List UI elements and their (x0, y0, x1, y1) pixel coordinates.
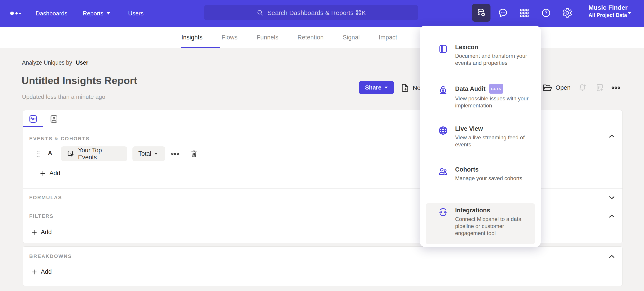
menu-item-title: Data Audit (455, 85, 486, 93)
menu-item-description: Document and transform your events and p… (455, 52, 533, 66)
plus-icon (40, 170, 46, 177)
analyze-uniques-control: Analyze Uniques byUser (22, 59, 88, 66)
data-management-menu: Lexicon Document and transform your even… (420, 26, 541, 247)
project-scope: All Project Data (588, 12, 628, 18)
active-mode-underline (23, 126, 43, 127)
formulas-section-label: FORMULAS (29, 195, 62, 201)
apps-grid-button[interactable] (519, 8, 530, 18)
menu-item-title: Live View (455, 125, 483, 133)
share-label: Share (365, 84, 382, 91)
event-selector-chip[interactable]: Your Top Events (61, 146, 127, 161)
breakdowns-card: BREAKDOWNS Add (23, 246, 623, 286)
alert-bell-plus-icon[interactable] (578, 83, 587, 92)
plus-icon (31, 229, 38, 236)
top-nav: Dashboards Reports Users Search Dashboar… (0, 0, 644, 27)
plus-icon (31, 269, 38, 275)
logo-dot (19, 13, 21, 14)
row-more-options-icon[interactable] (171, 150, 179, 158)
events-cohorts-section-label: EVENTS & COHORTS (29, 136, 90, 142)
share-button[interactable]: Share (359, 81, 394, 94)
menu-item-description: Manage your saved cohorts (455, 175, 533, 182)
feedback-button[interactable] (498, 8, 508, 18)
nav-item-label: Dashboards (36, 10, 67, 17)
add-event-button[interactable]: Add (40, 170, 60, 177)
lexicon-book-icon (438, 44, 448, 54)
search-placeholder: Search Dashboards & Reports ⌘K (267, 9, 366, 16)
expand-formulas-chevron-down-icon[interactable] (608, 193, 616, 202)
filters-section-label: FILTERS (29, 213, 54, 219)
chevron-down-icon (106, 12, 110, 14)
menu-item-live-view[interactable]: Live View View a live streaming feed of … (426, 122, 535, 163)
add-to-dashboard-icon[interactable] (595, 83, 604, 92)
collapse-events-chevron-up-icon[interactable] (608, 132, 616, 141)
menu-item-description: Connect Mixpanel to a data pipeline or c… (455, 216, 533, 237)
folder-open-icon (542, 82, 552, 93)
breakdowns-section-label: BREAKDOWNS (29, 253, 72, 259)
analyze-label: Analyze Uniques by (22, 59, 72, 66)
delete-row-trash-icon[interactable] (190, 150, 198, 158)
tab-funnels[interactable]: Funnels (257, 34, 278, 41)
project-name: Music Finder (588, 4, 628, 12)
row-letter: A (48, 150, 52, 157)
nav-item-users[interactable]: Users (128, 0, 144, 27)
nav-item-reports[interactable]: Reports (83, 0, 110, 27)
menu-item-integrations[interactable]: Integrations Connect Mixpanel to a data … (426, 203, 535, 244)
tab-impact[interactable]: Impact (379, 34, 397, 41)
tab-insights[interactable]: Insights (182, 34, 202, 41)
beta-badge: BETA (489, 84, 503, 94)
mixpanel-logo-icon[interactable] (10, 0, 21, 27)
menu-item-title: Cohorts (455, 166, 479, 173)
add-label: Add (41, 229, 52, 236)
data-management-button[interactable] (472, 4, 490, 22)
drag-handle-icon[interactable] (35, 149, 41, 158)
nav-item-label: Users (128, 10, 144, 17)
add-breakdown-button[interactable]: Add (31, 268, 52, 275)
open-label: Open (556, 84, 570, 91)
menu-item-description: View a live streaming feed of events (455, 134, 533, 148)
search-icon (256, 9, 264, 16)
chevron-down-icon (384, 87, 388, 89)
add-label: Add (50, 170, 60, 177)
insights-mode-tab-icon[interactable] (28, 114, 38, 123)
tab-signal[interactable]: Signal (343, 34, 360, 41)
menu-item-title: Integrations (455, 207, 490, 214)
chevron-down-icon[interactable] (628, 12, 631, 14)
cohorts-users-icon (438, 166, 448, 177)
settings-gear-button[interactable] (562, 8, 572, 18)
help-button[interactable] (541, 8, 551, 18)
nav-item-dashboards[interactable]: Dashboards (36, 0, 67, 27)
updated-timestamp: Updated less than a minute ago (22, 93, 105, 100)
analyze-value-selector[interactable]: User (76, 59, 88, 66)
profiles-mode-tab-icon[interactable] (50, 114, 58, 123)
tab-flows[interactable]: Flows (222, 34, 238, 41)
menu-item-data-audit[interactable]: Data Audit BETA View possible issues wit… (426, 81, 535, 122)
database-gear-icon (476, 7, 486, 18)
active-tab-underline (181, 47, 220, 48)
logo-dot (10, 11, 14, 15)
document-plus-icon (400, 83, 410, 93)
metric-selector-chip[interactable]: Total (132, 146, 165, 161)
integrations-sync-icon (438, 207, 448, 217)
add-filter-button[interactable]: Add (31, 229, 52, 236)
collapse-filters-chevron-up-icon[interactable] (608, 212, 616, 221)
logo-dot (16, 12, 18, 14)
live-view-globe-icon (438, 125, 448, 136)
chevron-down-icon (154, 153, 158, 155)
menu-item-lexicon[interactable]: Lexicon Document and transform your even… (426, 40, 535, 81)
metric-name: Total (138, 150, 151, 157)
mixpanel-app: Dashboards Reports Users Search Dashboar… (0, 0, 644, 291)
menu-item-title: Lexicon (455, 43, 478, 51)
event-cursor-icon (67, 150, 75, 158)
open-report-button[interactable]: Open (542, 82, 570, 93)
data-audit-lock-icon (438, 84, 448, 95)
more-options-icon[interactable] (611, 83, 621, 92)
tab-retention[interactable]: Retention (298, 34, 324, 41)
global-search-input[interactable]: Search Dashboards & Reports ⌘K (204, 5, 418, 20)
nav-item-label: Reports (83, 10, 104, 17)
project-selector[interactable]: Music Finder All Project Data (588, 4, 628, 18)
collapse-breakdowns-chevron-up-icon[interactable] (608, 252, 616, 261)
report-tabbar: Insights Flows Funnels Retention Signal … (0, 27, 644, 48)
menu-item-cohorts[interactable]: Cohorts Manage your saved cohorts (426, 163, 535, 203)
report-title[interactable]: Untitled Insights Report (22, 75, 137, 87)
add-label: Add (41, 268, 52, 275)
